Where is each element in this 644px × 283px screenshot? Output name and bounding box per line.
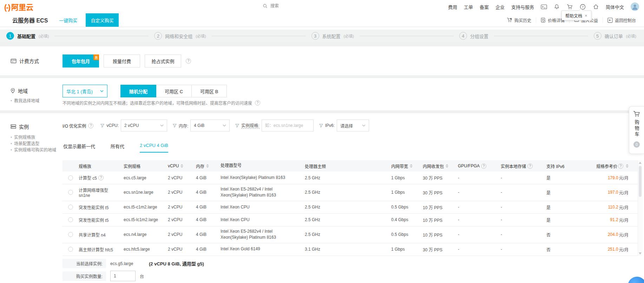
nav-item-support[interactable]: 支持与服务 [511,4,534,10]
scrollbar-thumb[interactable] [639,166,642,197]
cell-spec: ecs.n4.large [124,232,168,237]
col-cpu-model: 处理器型号 [221,161,305,171]
memory-select-value: 4 GiB [194,123,204,128]
sort-icon[interactable] [410,164,413,168]
cart-icon[interactable] [567,4,573,10]
table-row[interactable]: 计算型 c5 ecs.c5.large 2 vCPU 4 GiB Intel X… [63,172,638,184]
tab-all-generations[interactable]: 所有代 [111,143,124,153]
region-note-text: 不同地域的实例之间内网互不相通；选择靠近您客户的地域，可降低网络时延、提高您客户… [63,100,252,106]
step-4-circle: 4 [459,32,467,40]
tab-quick-buy[interactable]: 一键购买 [59,17,77,24]
ipv6-select[interactable]: 请选择 [337,120,369,131]
user-avatar[interactable] [631,2,639,11]
price-help-icon[interactable] [618,163,623,169]
search-input[interactable] [270,3,310,9]
region-select[interactable]: 华北 1 (青岛) [63,85,107,97]
billing-option-preemptible-label: 抢占式实例 [151,58,174,64]
cell-bandwidth: 1 Gbps [391,190,423,195]
quantity-input[interactable] [110,271,136,281]
instance-section-header: 实例 [11,123,29,130]
back-to-console-button[interactable]: 返回控制台 [603,17,640,23]
cell-price-unit: 元/月 [619,217,629,223]
row-radio[interactable] [68,190,73,195]
step-grouping[interactable]: 4 分组设置 [459,32,488,40]
billing-option-subscription[interactable]: 包年包月 惠 [63,54,99,67]
nav-item-icp[interactable]: 备案 [480,4,489,10]
tab-custom-buy[interactable]: 自定义购买 [86,13,119,27]
link-instance-families[interactable]: •实例规格族 [11,134,57,141]
scroll-down-arrow-icon[interactable] [639,252,642,255]
console-terminal-icon[interactable] [541,4,547,10]
spec-filter-label[interactable]: 实例规格: [241,122,259,129]
gpu-help-icon[interactable] [481,163,486,169]
row-radio[interactable] [68,232,73,237]
header-search[interactable] [263,3,310,9]
row-radio[interactable] [68,175,73,180]
home-icon[interactable] [593,4,599,10]
step-network-security[interactable]: 2 网络和安全组 (必填) [154,32,206,40]
step-basic-config[interactable]: 1 基础配置 (必填) [6,32,49,40]
sort-icon[interactable] [446,164,448,168]
local-storage-help-icon[interactable] [527,163,533,169]
cart-icon [633,111,640,117]
io-optimized-help-icon[interactable] [88,123,93,128]
cell-vcpu: 2 vCPU [168,217,196,222]
instance-section-title: 实例 [19,123,29,130]
cell-price-number: 197.0 [608,190,618,195]
region-helper-link[interactable]: •教我选择地域 [11,98,57,104]
billing-section-title: 计费方式 [19,57,39,64]
col-memory: 内存 [196,163,221,169]
family-help-icon[interactable] [98,175,104,180]
tooltip-close-icon[interactable]: × [585,13,587,18]
notification-bell-icon[interactable] [554,4,560,10]
cell-price-unit: 元/月 [619,246,629,252]
floating-cart-panel[interactable]: 购物车 0 [629,106,644,154]
row-radio[interactable] [68,205,73,210]
cell-ipv6: 是 [546,189,582,195]
zone-option-random[interactable]: 随机分配 [120,85,156,97]
nav-item-billing[interactable]: 费用 [448,4,457,10]
tab-current-selection[interactable]: 2 vCPU 4 GiB [140,143,168,153]
table-row[interactable]: 计算网络增强型 sn1ne ecs.sn1ne.large 2 vCPU 4 G… [63,184,638,201]
sort-icon[interactable] [180,164,183,168]
memory-select[interactable]: 4 GiB [190,120,230,131]
nav-item-enterprise[interactable]: 企业 [495,4,505,10]
table-row[interactable]: 高主频计算型 hfc5 ecs.hfc5.large 2 vCPU 4 GiB … [63,243,638,256]
cell-bandwidth: 0.5 Gbps [391,205,423,210]
back-arrow-icon [607,18,613,23]
zone-option-c[interactable]: 可用区 C [156,85,192,97]
table-scrollbar[interactable] [638,160,643,256]
table-row[interactable]: 突发性能实例 t5 ecs.t5-c1m2.large 2 vCPU 4 GiB… [63,201,638,214]
step-confirm-order[interactable]: 5 确认订单 (必填) [594,32,636,40]
cell-pps: 30 万 PPS [423,189,458,195]
tab-latest-generation[interactable]: 仅显示最新一代 [63,143,95,153]
quantity-unit: 台 [140,273,144,279]
row-radio[interactable] [68,217,73,222]
step-3-label: 系统配置 [322,33,341,39]
zone-option-b[interactable]: 可用区 B [191,85,227,97]
scroll-up-arrow-icon[interactable] [639,162,642,164]
cell-ipv6: 是 [546,217,582,223]
vcpu-select[interactable]: 2 vCPU [121,120,167,131]
billing-option-preemptible[interactable]: 抢占式实例 [145,54,181,67]
nav-item-tickets[interactable]: 工单 [464,4,473,10]
table-row[interactable]: 共享计算型 n4 ecs.n4.large 2 vCPU 4 GiB Intel… [63,226,638,243]
region-note-help-icon[interactable] [255,100,260,105]
billing-help-icon[interactable] [186,58,191,64]
cell-memory: 4 GiB [196,190,221,195]
table-row[interactable]: 突发性能实例 t5 ecs.t5-lc1m2.large 2 vCPU 4 Gi… [63,214,638,226]
sort-icon[interactable] [206,164,209,168]
product-title: 云服务器 ECS [12,16,48,24]
language-switcher[interactable]: 简体中文 [606,4,624,10]
purchase-history-button[interactable]: 购买历史 [502,17,536,23]
step-system-config[interactable]: 3 系统配置 (必填) [311,32,354,40]
col-memory-label: 内存 [196,163,204,169]
aliyun-logo[interactable]: (-) 阿里云 [4,1,33,12]
link-scenario-selection[interactable]: •场景配置选型 [11,141,57,147]
cell-spec: ecs.c5.large [124,175,168,180]
billing-option-pay-as-you-go[interactable]: 按量付费 [104,54,140,67]
link-available-regions[interactable]: •实例规格可购买的地域 [11,147,57,153]
sort-icon[interactable] [626,164,629,168]
row-radio[interactable] [68,247,73,252]
spec-filter-input[interactable] [262,120,314,131]
